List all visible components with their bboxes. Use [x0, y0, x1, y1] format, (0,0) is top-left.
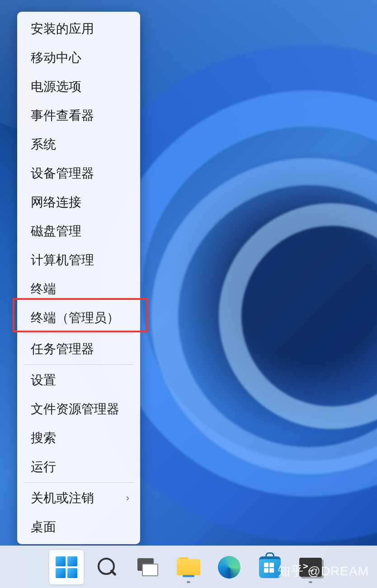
menu-item-search[interactable]: 搜索 — [17, 424, 140, 453]
menu-item-network-connections[interactable]: 网络连接 — [17, 188, 140, 217]
start-button[interactable] — [49, 550, 84, 584]
menu-separator — [24, 333, 134, 334]
menu-item-power-options[interactable]: 电源选项 — [17, 72, 140, 101]
taskbar-file-explorer[interactable] — [171, 550, 206, 584]
task-view-icon — [137, 558, 158, 576]
menu-item-terminal-admin[interactable]: 终端（管理员） — [17, 303, 140, 332]
menu-item-disk-management[interactable]: 磁盘管理 — [17, 217, 140, 246]
taskbar-edge[interactable] — [212, 550, 246, 584]
menu-item-terminal[interactable]: 终端 — [17, 275, 140, 303]
menu-item-shutdown-signout[interactable]: 关机或注销 › — [17, 484, 140, 513]
menu-item-system[interactable]: 系统 — [17, 130, 140, 159]
taskbar-search[interactable] — [90, 550, 124, 584]
menu-item-device-manager[interactable]: 设备管理器 — [17, 159, 140, 188]
running-indicator — [309, 581, 312, 583]
menu-separator — [24, 482, 134, 483]
folder-icon — [177, 557, 200, 577]
menu-item-installed-apps[interactable]: 安装的应用 — [17, 14, 140, 43]
menu-item-run[interactable]: 运行 — [17, 453, 140, 481]
menu-item-settings[interactable]: 设置 — [17, 366, 140, 395]
winx-context-menu: 安装的应用 移动中心 电源选项 事件查看器 系统 设备管理器 网络连接 磁盘管理… — [17, 12, 140, 544]
menu-item-event-viewer[interactable]: 事件查看器 — [17, 101, 140, 130]
menu-separator — [24, 364, 134, 365]
watermark-text: 知乎 @DREAM — [278, 563, 369, 580]
taskbar-task-view[interactable] — [131, 550, 165, 584]
running-indicator — [187, 581, 190, 583]
menu-item-task-manager[interactable]: 任务管理器 — [17, 335, 140, 364]
menu-item-computer-management[interactable]: 计算机管理 — [17, 246, 140, 275]
edge-browser-icon — [218, 556, 240, 579]
menu-item-desktop[interactable]: 桌面 — [17, 513, 140, 541]
windows-logo-icon — [56, 556, 77, 578]
search-icon — [96, 556, 118, 578]
chevron-right-icon: › — [126, 492, 129, 504]
menu-item-mobility-center[interactable]: 移动中心 — [17, 43, 140, 72]
menu-item-file-explorer[interactable]: 文件资源管理器 — [17, 395, 140, 424]
